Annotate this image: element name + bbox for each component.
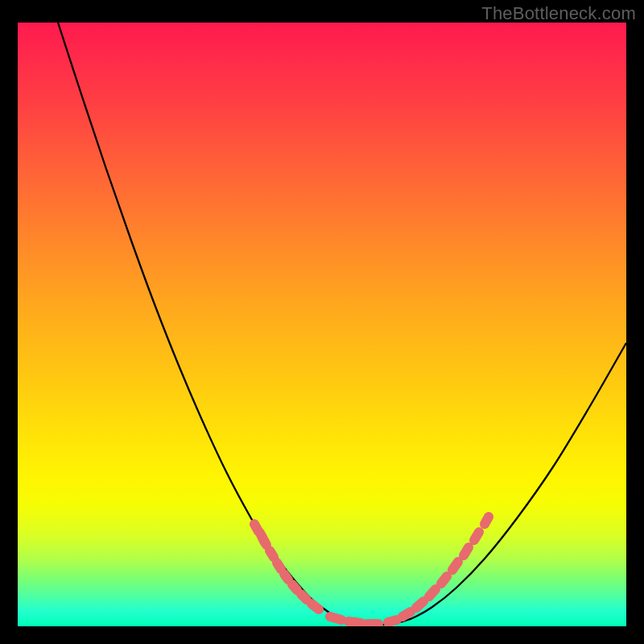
chart-frame: TheBottleneck.com	[0, 0, 644, 644]
watermark-text: TheBottleneck.com	[481, 3, 636, 24]
curve-bead	[429, 589, 436, 597]
curve-bead	[416, 601, 423, 608]
curve-bead	[474, 532, 479, 540]
curve-bead	[277, 563, 281, 569]
curve-bead	[292, 584, 297, 590]
curve-bead	[402, 612, 411, 617]
plot-area	[18, 23, 626, 626]
curve-bead	[270, 551, 274, 557]
curve-bead	[441, 576, 447, 584]
curve-bead	[452, 562, 458, 570]
curve-bead	[464, 547, 469, 555]
curve-beads	[254, 517, 489, 624]
curve-bead	[388, 620, 397, 622]
curve-bead	[301, 594, 307, 600]
bottleneck-curve	[58, 23, 626, 625]
curve-bead	[330, 617, 341, 620]
curve-bead	[485, 517, 489, 524]
curve-bead	[312, 604, 319, 609]
curve-bead	[284, 574, 288, 580]
curve-bead	[260, 533, 266, 545]
bottleneck-curve-svg	[18, 23, 626, 626]
curve-bead	[349, 621, 361, 623]
